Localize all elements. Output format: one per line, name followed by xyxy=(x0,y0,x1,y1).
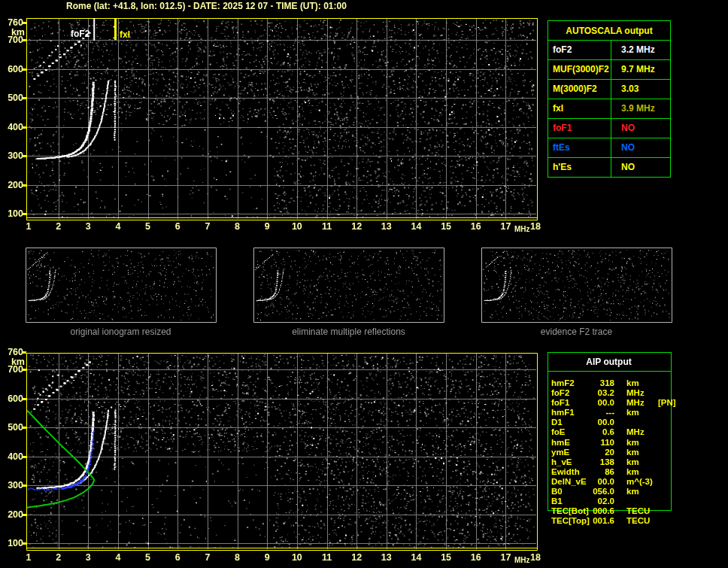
aip-label: foE xyxy=(548,427,589,437)
autoscala-row-muf3000f2: MUF(3000)F29.7 MHz xyxy=(548,60,670,80)
aip-label: foF2 xyxy=(548,388,589,398)
aip-unit: TECU xyxy=(626,506,657,516)
aip-value: 00.0 xyxy=(589,398,614,408)
aip-unit: TECU xyxy=(626,516,657,526)
station-date-time-title: Rome (lat: +41.8, lon: 012.5) - DATE: 20… xyxy=(66,1,347,11)
aip-row-hmf1: hmF1---km xyxy=(548,408,683,418)
aip-row-fof2: foF203.2MHz xyxy=(548,388,683,398)
aip-value: 056.0 xyxy=(589,487,614,497)
autoscala-row-label: ftEs xyxy=(548,138,611,157)
x-tick: 8 xyxy=(229,221,247,232)
aip-row-ewidth: Ewidth86km xyxy=(548,467,683,477)
aip-table-rows: hmF2318kmfoF203.2MHzfoF100.0MHz[PN]hmF1-… xyxy=(548,378,683,526)
y-tick: 400 xyxy=(0,451,23,462)
x-tick: 10 xyxy=(288,221,306,232)
aip-unit: MHz xyxy=(626,427,657,437)
autoscala-table-title: AUTOSCALA output xyxy=(548,21,670,41)
aip-unit: km xyxy=(626,448,657,457)
autoscala-row-label: foF2 xyxy=(548,41,611,59)
x-tick: 2 xyxy=(50,221,68,232)
y-tick: 760 xyxy=(0,347,23,357)
x-tick: 3 xyxy=(79,552,97,563)
x-tick: 5 xyxy=(139,552,157,563)
aip-table-title: AIP output xyxy=(548,357,670,367)
aip-unit: MHz xyxy=(626,388,657,398)
thumbnail-caption-reflections: eliminate multiple reflections xyxy=(253,327,444,337)
x-tick: 2 xyxy=(50,552,68,563)
aip-label: TEC[Top] xyxy=(548,516,589,526)
thumbnail-caption-f2trace: evidence F2 trace xyxy=(481,327,672,337)
aip-unit xyxy=(626,497,657,506)
x-tick: 14 xyxy=(407,221,425,232)
y-axis-unit-label: km xyxy=(0,27,25,38)
autoscala-row-value: 3.03 xyxy=(611,80,670,99)
autoscala-table-rows: foF23.2 MHzMUF(3000)F29.7 MHzM(3000)F23.… xyxy=(548,41,670,177)
x-tick: 1 xyxy=(20,552,38,563)
x-tick: 17 xyxy=(496,221,514,232)
fof2-marker-label: foF2 xyxy=(71,29,89,39)
x-tick: 9 xyxy=(258,552,276,563)
y-axis-unit-label: km xyxy=(0,357,25,367)
aip-value: 000.6 xyxy=(589,506,614,516)
aip-row-hme: hmE110km xyxy=(548,438,683,448)
aip-unit: m^(-3) xyxy=(626,477,657,487)
aip-label: foF1 xyxy=(548,398,589,408)
y-tick: 200 xyxy=(0,509,23,520)
autoscala-row-label: h'Es xyxy=(548,158,611,177)
aip-value: 0.6 xyxy=(589,427,614,437)
x-tick: 15 xyxy=(437,221,455,232)
x-tick: 7 xyxy=(199,221,217,232)
aip-unit: km xyxy=(626,408,657,418)
aip-value: 20 xyxy=(589,448,614,457)
aip-unit xyxy=(626,418,657,427)
autoscala-row-label: MUF(3000)F2 xyxy=(548,60,611,79)
aip-label: Ewidth xyxy=(548,467,589,477)
aip-unit: km xyxy=(626,487,657,497)
autoscala-row-label: M(3000)F2 xyxy=(548,80,611,99)
aip-value: 00.0 xyxy=(589,418,614,427)
x-tick: 8 xyxy=(229,552,247,563)
autoscala-row-hes: h'EsNO xyxy=(548,158,670,177)
aip-label: hmE xyxy=(548,438,589,448)
aip-row-fof1: foF100.0MHz[PN] xyxy=(548,398,683,408)
autoscala-row-label: foF1 xyxy=(548,119,611,138)
x-tick: 16 xyxy=(467,552,485,563)
aip-row-foe: foE0.6MHz xyxy=(548,427,683,437)
y-tick: 300 xyxy=(0,150,23,161)
x-tick: 16 xyxy=(467,221,485,232)
aip-value: 03.2 xyxy=(589,388,614,398)
aip-row-d1: D100.0 xyxy=(548,418,683,427)
autoscala-row-value: NO xyxy=(611,138,670,157)
x-tick: 12 xyxy=(347,221,366,232)
y-tick: 300 xyxy=(0,480,23,491)
aip-label: TEC[Bot] xyxy=(548,506,589,516)
autoscala-row-ftes: ftEsNO xyxy=(548,138,670,158)
autoscala-row-value: NO xyxy=(611,119,670,138)
y-tick: 100 xyxy=(0,538,23,548)
x-tick: 14 xyxy=(407,552,425,563)
aip-value: --- xyxy=(589,408,614,418)
y-tick: 760 xyxy=(0,17,23,28)
aip-value: 02.0 xyxy=(589,497,614,506)
aip-value: 110 xyxy=(589,438,614,448)
aip-label: ymE xyxy=(548,448,589,457)
y-tick: 600 xyxy=(0,64,23,74)
aip-unit: km xyxy=(626,467,657,477)
aip-label: h_vE xyxy=(548,457,589,467)
x-tick: 4 xyxy=(109,552,127,563)
x-tick: 4 xyxy=(109,221,127,232)
aip-value: 00.0 xyxy=(589,477,614,487)
x-tick: 5 xyxy=(139,221,157,232)
autoscala-row-label: fxI xyxy=(548,99,611,118)
autoscala-row-m3000f2: M(3000)F23.03 xyxy=(548,80,670,99)
aip-label: hmF2 xyxy=(548,378,589,388)
aip-unit: km xyxy=(626,378,657,388)
autoscala-row-value: 9.7 MHz xyxy=(611,60,670,79)
aip-label: hmF1 xyxy=(548,408,589,418)
x-tick: 7 xyxy=(199,552,217,563)
aip-row-hmf2: hmF2318km xyxy=(548,378,683,388)
aip-row-yme: ymE20km xyxy=(548,448,683,457)
aip-unit: MHz xyxy=(626,398,657,408)
aip-row-hve: h_vE138km xyxy=(548,457,683,467)
x-tick: 3 xyxy=(79,221,97,232)
